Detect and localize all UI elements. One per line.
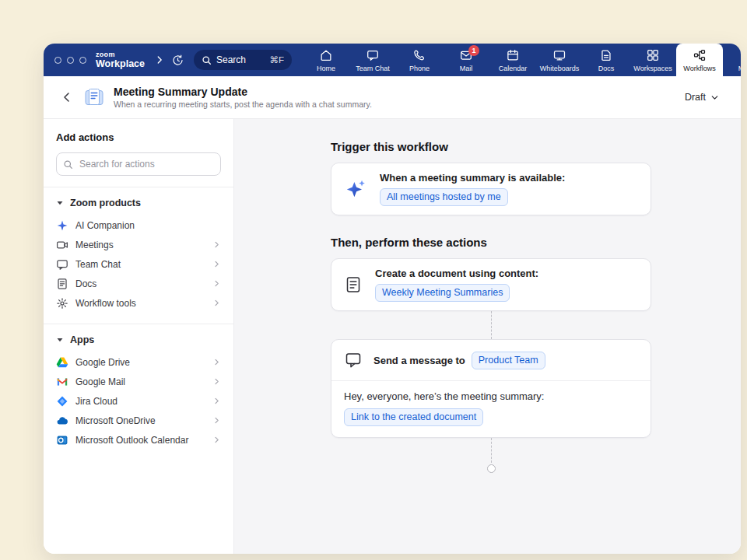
document-content-tag[interactable]: Weekly Meeting Summaries (375, 284, 510, 302)
nav-left-cluster: zoom Workplace Search ⌘F (44, 44, 292, 76)
chevron-right-icon (212, 279, 221, 288)
sidebar-item-google-drive[interactable]: Google Drive (56, 352, 221, 372)
create-document-card[interactable]: Create a document using content: Weekly … (331, 258, 651, 311)
send-message-card[interactable]: Send a message to Product Team Hey, ever… (331, 339, 651, 438)
nav-item-workspaces[interactable]: Workspaces (630, 44, 676, 76)
history-button[interactable] (171, 54, 184, 67)
trigger-card[interactable]: When a meeting summary is available: All… (331, 163, 651, 215)
recipient-tag[interactable]: Product Team (472, 352, 545, 369)
outlook-calendar-icon (56, 434, 68, 446)
connector-line (491, 438, 492, 463)
nav-item-workflows[interactable]: Workflows (676, 44, 723, 76)
send-message-row: Send a message to Product Team (331, 340, 651, 381)
message-body-text: Hey, everyone, here’s the meeting summar… (344, 390, 638, 402)
chevron-left-icon (61, 91, 73, 103)
onedrive-icon (56, 415, 68, 427)
global-search[interactable]: Search ⌘F (194, 50, 292, 70)
sidebar-item-docs[interactable]: Docs (56, 274, 221, 293)
add-step-node[interactable] (487, 464, 496, 473)
sidebar-item-microsoft-onedrive[interactable]: Microsoft OneDrive (56, 411, 221, 430)
search-icon (202, 55, 212, 65)
sidebar-item-microsoft-outlook-calendar[interactable]: Microsoft Outlook Calendar (56, 430, 221, 450)
chat-bubble-icon (344, 351, 363, 369)
send-message-text-group: Send a message to Product Team (374, 352, 545, 369)
actions-search-input[interactable] (78, 158, 214, 170)
search-icon (63, 159, 73, 170)
google-drive-icon (56, 356, 68, 369)
sidebar-item-google-mail[interactable]: Google Mail (56, 372, 221, 391)
trigger-card-text: When a meeting summary is available: (380, 172, 565, 184)
nav-item-calendar[interactable]: Calendar (489, 44, 536, 76)
trigger-scope-tag[interactable]: All meetings hosted by me (380, 188, 508, 206)
workspaces-icon (646, 48, 660, 62)
nav-item-mail[interactable]: 1 Mail (443, 44, 489, 76)
docs-icon (599, 48, 613, 62)
chevron-down-icon (710, 93, 719, 102)
section-zoom-products[interactable]: Zoom products (56, 191, 221, 215)
sidebar-item-workflow-tools[interactable]: Workflow tools (56, 293, 221, 313)
message-body: Hey, everyone, here’s the meeting summar… (331, 381, 651, 437)
chevron-right-icon (154, 54, 165, 65)
sidebar-item-team-chat[interactable]: Team Chat (56, 254, 221, 274)
sidebar-item-jira-cloud[interactable]: Jira Cloud (56, 391, 221, 411)
search-shortcut: ⌘F (269, 54, 284, 65)
mail-unread-badge: 1 (468, 45, 479, 56)
sidebar-item-meetings[interactable]: Meetings (56, 235, 221, 254)
docs-icon (56, 278, 68, 290)
zoom-workplace-logo: zoom Workplace (96, 51, 145, 69)
ai-sparkle-icon (344, 177, 367, 201)
top-navigation-bar: zoom Workplace Search ⌘F Home Team (44, 44, 741, 76)
workflow-titles: Meeting Summary Update When a recurring … (114, 86, 372, 109)
workflow-subtitle: When a recurring meeting starts, post th… (114, 100, 372, 109)
actions-sidebar: Add actions Zoom products AI Companion (44, 119, 234, 554)
sidebar-item-ai-companion[interactable]: AI Companion (56, 215, 221, 235)
section-apps[interactable]: Apps (56, 327, 221, 352)
draft-status-dropdown[interactable]: Draft (680, 87, 724, 107)
nav-item-phone[interactable]: Phone (396, 44, 443, 76)
chevron-right-icon (212, 299, 221, 307)
connector-line (491, 311, 492, 339)
sidebar-divider (44, 187, 233, 187)
nav-item-more[interactable]: More (723, 44, 741, 76)
search-label: Search (216, 54, 246, 65)
sidebar-title: Add actions (56, 131, 221, 143)
chevron-right-icon (212, 436, 221, 444)
actions-search[interactable] (56, 152, 221, 176)
chevron-right-icon (212, 240, 221, 249)
actions-heading: Then, perform these actions (331, 236, 651, 249)
trigger-card-body: When a meeting summary is available: All… (380, 172, 565, 206)
sidebar-divider (44, 324, 233, 324)
caret-down-icon (56, 336, 64, 344)
document-icon (344, 275, 363, 294)
window-controls[interactable] (54, 57, 86, 64)
back-button[interactable] (56, 86, 78, 108)
history-icon (171, 54, 184, 67)
workflow-header: Meeting Summary Update When a recurring … (44, 76, 741, 119)
nav-collapse-chevron[interactable] (154, 54, 165, 65)
create-document-card-body: Create a document using content: Weekly … (375, 268, 538, 302)
ai-companion-icon (56, 219, 68, 232)
workflow-title: Meeting Summary Update (114, 86, 372, 98)
team-chat-icon (366, 48, 380, 62)
nav-item-team-chat[interactable]: Team Chat (349, 44, 396, 76)
document-link-tag[interactable]: Link to the created document (344, 408, 483, 426)
send-message-text: Send a message to (374, 355, 465, 366)
chevron-right-icon (212, 358, 221, 366)
workflows-icon (693, 48, 707, 62)
whiteboards-icon (552, 48, 566, 62)
jira-icon (56, 395, 68, 408)
nav-item-whiteboards[interactable]: Whiteboards (536, 44, 583, 76)
home-icon (319, 48, 333, 62)
create-document-text: Create a document using content: (375, 268, 538, 279)
nav-item-home[interactable]: Home (303, 44, 349, 76)
nav-item-docs[interactable]: Docs (583, 44, 630, 76)
gear-icon (56, 297, 68, 310)
chevron-right-icon (212, 377, 221, 386)
logo-zoom-text: zoom (96, 51, 145, 58)
phone-icon (412, 48, 426, 62)
trigger-heading: Trigger this workflow (331, 140, 651, 153)
more-dots-icon (739, 48, 741, 62)
logo-workplace-text: Workplace (96, 59, 145, 69)
chevron-right-icon (212, 397, 221, 405)
workflow-doc-icon (84, 87, 104, 107)
